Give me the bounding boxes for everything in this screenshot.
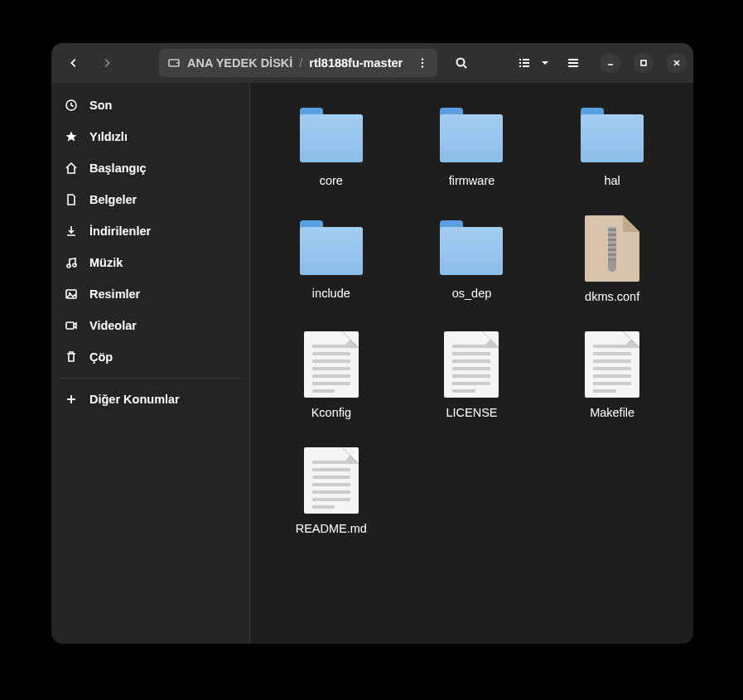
breadcrumb-root[interactable]: ANA YEDEK DİSKİ (167, 56, 292, 70)
sidebar-item-label: Müzik (89, 256, 123, 269)
folder-item[interactable]: core (265, 103, 398, 187)
file-item[interactable]: dkms.conf (546, 215, 678, 303)
sidebar-item-label: Çöp (89, 350, 113, 364)
titlebar: ANA YEDEK DİSKİ / rtl8188fu-master (51, 43, 693, 83)
plus-icon (65, 393, 78, 406)
forward-button[interactable] (93, 49, 121, 77)
path-menu-button[interactable] (413, 52, 432, 74)
sidebar-item-recent[interactable]: Son (51, 89, 249, 121)
text-file-icon (304, 447, 359, 514)
breadcrumb-root-label: ANA YEDEK DİSKİ (187, 56, 292, 70)
view-mode-toggle[interactable] (513, 49, 554, 77)
sidebar-item-label: İndirilenler (89, 224, 151, 238)
item-label: include (312, 287, 350, 300)
folder-item[interactable]: firmware (406, 103, 538, 187)
text-file-icon (444, 331, 499, 398)
close-button[interactable] (667, 53, 687, 73)
file-grid[interactable]: core firmware hal include os_dep (250, 83, 693, 644)
sidebar-item-label: Son (89, 99, 112, 112)
breadcrumb-current[interactable]: rtl8188fu-master (309, 56, 403, 70)
window-body: Son Yıldızlı Başlangıç Belgeler İndirile… (51, 83, 693, 644)
svg-point-18 (73, 263, 76, 267)
svg-rect-15 (641, 60, 646, 65)
svg-rect-8 (519, 62, 521, 64)
sidebar-item-trash[interactable]: Çöp (51, 341, 249, 373)
star-icon (65, 130, 78, 143)
item-label: os_dep (452, 287, 492, 300)
sidebar-item-music[interactable]: Müzik (51, 247, 249, 278)
folder-icon (440, 103, 503, 166)
breadcrumb-current-label: rtl8188fu-master (309, 56, 403, 70)
sidebar-item-label: Resimler (89, 287, 140, 301)
disk-icon (167, 56, 181, 70)
item-label: core (320, 174, 343, 187)
breadcrumb[interactable]: ANA YEDEK DİSKİ / rtl8188fu-master (159, 49, 437, 77)
file-item[interactable]: README.md (265, 447, 398, 535)
sidebar-item-videos[interactable]: Videolar (51, 310, 249, 341)
item-label: Makefile (590, 406, 634, 419)
folder-item[interactable]: include (265, 215, 398, 303)
svg-point-3 (422, 62, 423, 64)
item-label: firmware (449, 174, 495, 187)
video-icon (65, 319, 78, 332)
item-label: Kconfig (311, 406, 351, 419)
search-button[interactable] (447, 49, 475, 77)
file-item[interactable]: Kconfig (265, 331, 398, 419)
folder-icon (300, 103, 363, 166)
folder-icon (581, 103, 644, 166)
sidebar-separator (60, 378, 241, 379)
image-icon (65, 287, 78, 301)
item-label: hal (604, 174, 620, 187)
svg-rect-7 (523, 59, 529, 60)
item-label: dkms.conf (585, 290, 639, 303)
sidebar-item-home[interactable]: Başlangıç (51, 152, 249, 184)
file-manager-window: ANA YEDEK DİSKİ / rtl8188fu-master (51, 43, 693, 644)
svg-point-2 (422, 58, 423, 60)
document-icon (65, 193, 78, 206)
svg-rect-6 (519, 59, 521, 60)
back-button[interactable] (60, 49, 88, 77)
music-icon (65, 256, 78, 269)
svg-rect-21 (66, 322, 74, 329)
home-icon (65, 162, 78, 175)
sidebar-item-documents[interactable]: Belgeler (51, 184, 249, 215)
svg-rect-13 (568, 62, 578, 64)
svg-rect-11 (523, 65, 529, 67)
sidebar-item-label: Yıldızlı (89, 130, 128, 143)
svg-point-1 (176, 62, 178, 64)
archive-file-icon (585, 215, 639, 282)
sidebar-item-label: Videolar (89, 319, 137, 332)
breadcrumb-separator: / (299, 56, 302, 70)
folder-item[interactable]: os_dep (406, 215, 538, 303)
svg-rect-14 (568, 65, 578, 67)
trash-icon (65, 350, 78, 364)
file-item[interactable]: Makefile (546, 331, 678, 419)
folder-icon (300, 215, 363, 278)
svg-point-4 (422, 65, 423, 67)
item-label: README.md (296, 522, 367, 535)
text-file-icon (585, 331, 639, 398)
folder-icon (440, 215, 503, 278)
svg-point-5 (457, 59, 465, 66)
sidebar-item-label: Diğer Konumlar (89, 393, 180, 406)
text-file-icon (304, 331, 359, 398)
file-item[interactable]: LICENSE (406, 331, 538, 419)
svg-rect-10 (519, 65, 521, 67)
folder-item[interactable]: hal (546, 103, 678, 187)
sidebar-item-label: Başlangıç (89, 162, 147, 175)
sidebar-item-pictures[interactable]: Resimler (51, 278, 249, 310)
item-label: LICENSE (446, 406, 497, 419)
clock-icon (65, 99, 78, 112)
sidebar-item-label: Belgeler (89, 193, 137, 206)
hamburger-menu-button[interactable] (559, 49, 587, 77)
minimize-button[interactable] (601, 53, 620, 73)
maximize-button[interactable] (634, 53, 654, 73)
sidebar-item-starred[interactable]: Yıldızlı (51, 121, 249, 152)
sidebar-item-downloads[interactable]: İndirilenler (51, 215, 249, 247)
svg-rect-9 (523, 62, 529, 64)
svg-point-17 (67, 264, 70, 268)
download-icon (65, 224, 78, 238)
sidebar-item-other-locations[interactable]: Diğer Konumlar (51, 384, 249, 415)
list-view-icon[interactable] (513, 49, 536, 77)
view-dropdown-button[interactable] (536, 49, 554, 77)
